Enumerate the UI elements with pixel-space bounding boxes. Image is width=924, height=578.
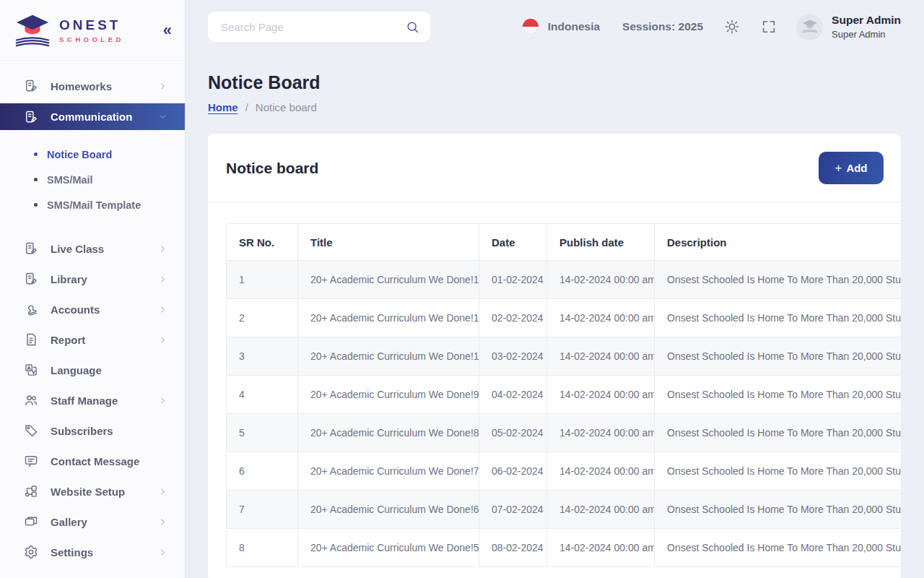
cell-date: 01-02-2024 (479, 261, 547, 299)
breadcrumb-home-link[interactable]: Home (208, 101, 238, 113)
submenu-item-sms-mail-template[interactable]: SMS/Mail Template (0, 192, 185, 217)
sidebar-item-gallery[interactable]: Gallery (0, 506, 185, 537)
cell-title: 20+ Academic Curriculum We Done!10 (298, 337, 479, 376)
sidebar-item-label: Live Class (51, 243, 104, 255)
sidebar-item-homeworks[interactable]: Homeworks (0, 71, 185, 101)
sidebar-item-accounts[interactable]: Accounts (0, 294, 185, 324)
user-menu[interactable]: Super Admin Super Admin (832, 14, 901, 40)
gallery-icon (24, 514, 38, 529)
table-row: 5 20+ Academic Curriculum We Done!8 05-0… (227, 414, 902, 452)
cell-sr: 8 (227, 529, 298, 567)
chevron-down-icon (158, 112, 167, 121)
fullscreen-icon[interactable] (761, 19, 777, 35)
sidebar-nav: Homeworks Communication Notice Board SMS… (0, 61, 185, 567)
cell-sr: 2 (227, 299, 298, 337)
cell-title: 20+ Academic Curriculum We Done!11 (298, 299, 479, 337)
sidebar-item-label: Accounts (51, 303, 100, 316)
notice-table-container: SR No. Title Date Publish date Descripti… (208, 203, 901, 567)
indonesia-flag-icon[interactable] (523, 19, 539, 35)
cell-publish: 14-02-2024 00:00 am (547, 337, 655, 376)
sidebar-item-contact-message[interactable]: Contact Message (0, 446, 185, 476)
table-row: 7 20+ Academic Curriculum We Done!6 07-0… (227, 491, 902, 529)
cell-sr: 1 (227, 261, 298, 299)
chevron-right-icon (158, 487, 167, 496)
topbar-right: Indonesia Sessions: 2025 Super Admin Sup… (523, 14, 901, 40)
cell-description: Onsest Schooled Is Home To More Than 20,… (655, 491, 902, 529)
avatar[interactable] (796, 14, 823, 40)
contact-message-icon (24, 454, 38, 468)
sidebar-item-library[interactable]: Library (0, 264, 185, 294)
notice-board-card: Notice board + Add SR No. Title Date Pub… (208, 134, 901, 578)
sidebar-item-language[interactable]: Language (0, 355, 185, 385)
search-input[interactable] (221, 21, 405, 33)
brand-tagline: SCHOOLED (59, 35, 124, 43)
cell-publish: 14-02-2024 00:00 am (547, 529, 655, 567)
cell-title: 20+ Academic Curriculum We Done!12 (298, 261, 479, 299)
sidebar-item-settings[interactable]: Settings (0, 537, 185, 567)
collapse-sidebar-icon[interactable]: « (163, 22, 172, 38)
sidebar: ONEST SCHOOLED « Homeworks Communication… (0, 0, 185, 578)
language-icon (24, 363, 38, 377)
sidebar-item-website-setup[interactable]: Website Setup (0, 476, 185, 506)
cell-sr: 6 (227, 452, 298, 491)
brand-header: ONEST SCHOOLED « (0, 0, 185, 61)
col-publish-date: Publish date (547, 224, 655, 261)
sidebar-item-label: Report (51, 334, 85, 346)
sidebar-item-staff-manage[interactable]: Staff Manage (0, 385, 185, 415)
chevron-right-icon (158, 396, 167, 405)
sidebar-item-communication[interactable]: Communication (0, 103, 185, 130)
add-button[interactable]: + Add (819, 152, 884, 184)
user-role: Super Admin (832, 29, 901, 40)
staff-manage-icon (24, 393, 38, 407)
topbar: Indonesia Sessions: 2025 Super Admin Sup… (185, 0, 924, 53)
bullet-icon (34, 203, 38, 207)
sessions-selector[interactable]: Sessions: 2025 (622, 20, 703, 33)
sidebar-item-label: Communication (51, 111, 132, 123)
sidebar-item-label: Homeworks (51, 80, 112, 92)
sidebar-item-live-class[interactable]: Live Class (0, 233, 185, 264)
page-title: Notice Board (208, 72, 901, 93)
search-icon[interactable] (405, 20, 420, 35)
col-date: Date (479, 224, 547, 261)
cell-date: 07-02-2024 (479, 491, 547, 529)
sidebar-item-label: Subscribers (51, 425, 113, 437)
bullet-icon (34, 152, 38, 156)
cell-date: 03-02-2024 (479, 337, 547, 376)
chevron-right-icon (158, 82, 167, 91)
language-selector[interactable]: Indonesia (548, 20, 600, 33)
chevron-right-icon (158, 305, 167, 314)
library-icon (24, 272, 38, 286)
sidebar-item-subscribers[interactable]: Subscribers (0, 415, 185, 446)
cell-publish: 14-02-2024 00:00 am (547, 376, 655, 414)
col-title: Title (298, 224, 479, 261)
submenu-item-notice-board[interactable]: Notice Board (0, 142, 185, 167)
submenu-item-sms-mail[interactable]: SMS/Mail (0, 167, 185, 192)
sidebar-item-label: Gallery (51, 516, 87, 528)
cell-description: Onsest Schooled Is Home To More Than 20,… (655, 452, 902, 491)
table-row: 8 20+ Academic Curriculum We Done!5 08-0… (227, 529, 902, 567)
cell-sr: 7 (227, 491, 298, 529)
chevron-right-icon (158, 548, 167, 557)
bullet-icon (34, 178, 38, 181)
cell-title: 20+ Academic Curriculum We Done!6 (298, 491, 479, 529)
cell-description: Onsest Schooled Is Home To More Than 20,… (655, 261, 902, 299)
submenu-item-label: SMS/Mail Template (47, 199, 141, 211)
live-class-icon (24, 241, 38, 256)
sidebar-item-label: Contact Message (51, 455, 139, 467)
cell-description: Onsest Schooled Is Home To More Than 20,… (655, 414, 902, 452)
sidebar-item-report[interactable]: Report (0, 324, 185, 355)
col-sr-no: SR No. (227, 224, 298, 261)
cell-sr: 3 (227, 337, 298, 376)
cell-date: 08-02-2024 (479, 529, 547, 567)
chevron-right-icon (158, 517, 167, 527)
user-name: Super Admin (832, 14, 901, 27)
brand-text: ONEST SCHOOLED (59, 17, 124, 43)
theme-toggle-sun-icon[interactable] (724, 19, 740, 35)
cell-description: Onsest Schooled Is Home To More Than 20,… (655, 299, 902, 337)
plus-icon: + (834, 161, 842, 176)
table-row: 2 20+ Academic Curriculum We Done!11 02-… (227, 299, 902, 337)
subscribers-icon (24, 423, 38, 438)
table-row: 4 20+ Academic Curriculum We Done!9 04-0… (227, 376, 902, 414)
cell-title: 20+ Academic Curriculum We Done!9 (298, 376, 479, 414)
table-header-row: SR No. Title Date Publish date Descripti… (227, 224, 902, 261)
